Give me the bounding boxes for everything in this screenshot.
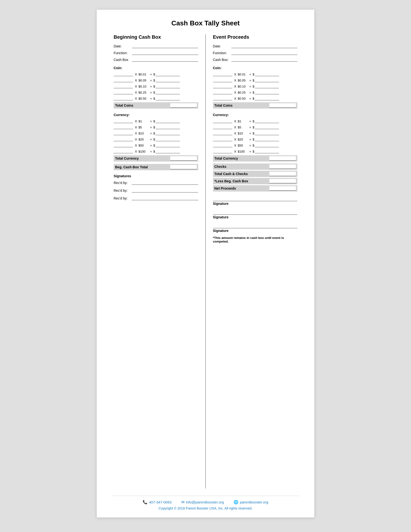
- left-function-line[interactable]: [132, 50, 198, 55]
- right-coin-amount-4[interactable]: [255, 90, 279, 94]
- right-date-label: Date:: [213, 44, 230, 48]
- right-coin-qty-2[interactable]: [213, 78, 232, 82]
- right-coin-qty-4[interactable]: [213, 90, 232, 94]
- right-currency-eq-6: =: [249, 150, 251, 153]
- left-currency-dollar-6: $: [153, 150, 155, 153]
- footer-phone-link[interactable]: 📞 407-347-0063: [143, 500, 171, 504]
- left-date-label: Date:: [114, 44, 131, 48]
- footer-website-link[interactable]: 🌐 parentbooster.org: [234, 500, 268, 504]
- right-coin-qty-1[interactable]: [213, 72, 232, 76]
- left-currency-title: Currency:: [114, 113, 198, 117]
- right-currency-amount-4[interactable]: [255, 137, 279, 141]
- left-coin-qty-1[interactable]: [114, 72, 133, 76]
- right-sig-line-full-3[interactable]: [213, 222, 298, 228]
- right-sig-word-3: Signature: [213, 229, 298, 233]
- left-beg-total-row: Beg. Cash Box Total: [114, 164, 198, 170]
- left-currency-qty-5[interactable]: [114, 143, 133, 147]
- left-currency-row-5: X $50 = $: [114, 143, 198, 147]
- right-currency-qty-1[interactable]: [213, 119, 232, 123]
- right-sig-line-full-1[interactable]: [213, 195, 298, 201]
- right-currency-dollar-6: $: [253, 150, 254, 153]
- left-currency-denom-1: $1: [139, 119, 149, 123]
- left-currency-qty-2[interactable]: [114, 125, 133, 129]
- left-coin-denom-2: $0.05: [139, 79, 149, 82]
- left-sig-prefix-1: Rec'd by:: [114, 181, 132, 185]
- left-currency-amount-6[interactable]: [156, 149, 180, 153]
- left-sig-line-1[interactable]: [132, 180, 198, 185]
- left-coin-qty-5[interactable]: [114, 96, 133, 100]
- right-coin-amount-5[interactable]: [255, 96, 279, 100]
- right-currency-qty-3[interactable]: [213, 131, 232, 135]
- right-currency-eq-4: =: [249, 138, 251, 141]
- left-cashbox-line[interactable]: [132, 57, 198, 62]
- left-total-currency-line[interactable]: [170, 156, 197, 161]
- right-checks-line[interactable]: [269, 164, 296, 169]
- right-currency-denom-1: $1: [238, 119, 248, 123]
- footer-email-link[interactable]: ✉ info@parentbooster.org: [181, 500, 224, 504]
- right-currency-qty-5[interactable]: [213, 143, 232, 147]
- left-coin-amount-4[interactable]: [156, 90, 180, 94]
- left-currency-amount-1[interactable]: [156, 119, 180, 123]
- right-less-beg-line[interactable]: [269, 179, 296, 183]
- right-function-label: Function:: [213, 51, 230, 55]
- left-coin-qty-2[interactable]: [114, 78, 133, 82]
- left-currency-denom-6: $100: [139, 150, 149, 153]
- right-coin-amount-3[interactable]: [255, 84, 279, 88]
- left-coin-amount-3[interactable]: [156, 84, 180, 88]
- right-coin-eq-1: =: [249, 73, 251, 76]
- right-currency-qty-2[interactable]: [213, 125, 232, 129]
- right-currency-title: Currency:: [213, 113, 298, 117]
- left-currency-qty-4[interactable]: [114, 137, 133, 141]
- right-currency-eq-3: =: [249, 132, 251, 135]
- right-currency-qty-6[interactable]: [213, 149, 232, 153]
- right-currency-amount-3[interactable]: [255, 131, 279, 135]
- right-currency-amount-1[interactable]: [255, 119, 279, 123]
- right-sig-line-full-2[interactable]: [213, 209, 298, 215]
- right-coin-qty-3[interactable]: [213, 84, 232, 88]
- left-currency-qty-1[interactable]: [114, 119, 133, 123]
- right-currency-amount-2[interactable]: [255, 125, 279, 129]
- right-currency-x-3: X: [234, 132, 236, 135]
- right-currency-dollar-5: $: [253, 144, 254, 147]
- right-coin-amount-1[interactable]: [255, 72, 279, 76]
- left-sig-line-2[interactable]: [132, 188, 198, 192]
- left-currency-row-4: X $20 = $: [114, 137, 198, 141]
- left-currency-qty-6[interactable]: [114, 149, 133, 153]
- right-currency-denom-4: $20: [238, 138, 248, 141]
- right-currency-dollar-4: $: [253, 138, 254, 141]
- left-coin-qty-4[interactable]: [114, 90, 133, 94]
- right-cashbox-line[interactable]: [231, 57, 298, 62]
- right-coin-qty-5[interactable]: [213, 96, 232, 100]
- left-function-label: Function:: [114, 51, 131, 55]
- left-cashbox-label: Cash Box: [114, 58, 131, 62]
- left-date-line[interactable]: [132, 44, 198, 48]
- right-currency-amount-5[interactable]: [255, 143, 279, 147]
- right-total-currency-line[interactable]: [269, 156, 296, 161]
- left-coin-eq-1: =: [150, 73, 152, 76]
- right-net-proceeds-line[interactable]: [269, 186, 296, 190]
- right-total-coins-line[interactable]: [269, 103, 296, 108]
- left-currency-amount-3[interactable]: [156, 131, 180, 135]
- right-total-cash-line[interactable]: [269, 172, 296, 176]
- left-sig-line-3[interactable]: [132, 196, 198, 200]
- left-coin-amount-2[interactable]: [156, 78, 180, 82]
- right-currency-qty-4[interactable]: [213, 137, 232, 141]
- left-total-coins-line[interactable]: [170, 103, 197, 108]
- left-currency-amount-5[interactable]: [156, 143, 180, 147]
- left-coin-amount-5[interactable]: [156, 96, 180, 100]
- left-coin-row-3: X $0.10 = $: [114, 84, 198, 88]
- left-currency-qty-3[interactable]: [114, 131, 133, 135]
- left-coin-amount-1[interactable]: [156, 72, 180, 76]
- right-function-line[interactable]: [231, 50, 298, 55]
- left-coin-denom-3: $0.10: [139, 85, 149, 88]
- right-coin-amount-2[interactable]: [255, 78, 279, 82]
- right-date-line[interactable]: [231, 44, 298, 48]
- left-beg-total-line[interactable]: [170, 165, 197, 169]
- left-currency-amount-2[interactable]: [156, 125, 180, 129]
- left-coin-dollar-2: $: [153, 79, 155, 82]
- left-currency-amount-4[interactable]: [156, 137, 180, 141]
- right-currency-amount-6[interactable]: [255, 149, 279, 153]
- left-coin-qty-3[interactable]: [114, 84, 133, 88]
- right-currency-eq-5: =: [249, 144, 251, 147]
- right-currency-dollar-1: $: [253, 119, 254, 123]
